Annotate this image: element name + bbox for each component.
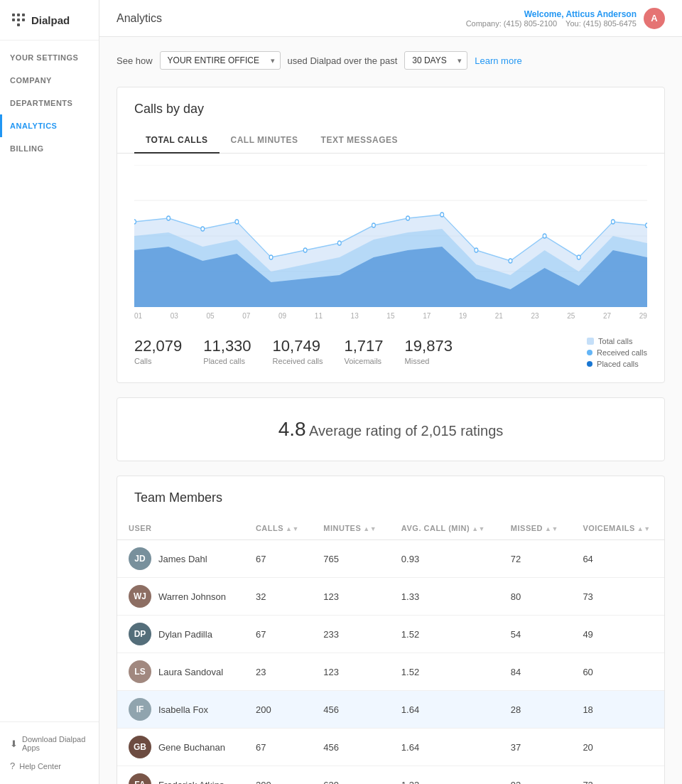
svg-point-23 bbox=[337, 241, 341, 245]
stats-row: 22,079 Calls 11,330 Placed calls 10,749 … bbox=[117, 326, 664, 382]
x-label-21: 21 bbox=[495, 312, 503, 320]
svg-point-17 bbox=[134, 220, 136, 224]
dialpad-logo-icon bbox=[10, 11, 27, 28]
svg-point-21 bbox=[269, 255, 273, 259]
col-missed[interactable]: MISSED▲▼ bbox=[499, 517, 572, 540]
minutes-cell-4: 456 bbox=[312, 691, 390, 729]
stat-received-value: 10,749 bbox=[273, 337, 323, 355]
missed-cell-6: 93 bbox=[499, 766, 572, 785]
voicemails-sort-icon: ▲▼ bbox=[637, 525, 651, 532]
stat-calls-label: Calls bbox=[134, 357, 182, 365]
x-label-23: 23 bbox=[531, 312, 538, 320]
user-name-5: Gene Buchanan bbox=[158, 742, 225, 753]
calls-sort-icon: ▲▼ bbox=[286, 525, 299, 532]
x-label-25: 25 bbox=[567, 312, 575, 320]
sidebar-item-departments[interactable]: DEPARTMENTS bbox=[0, 92, 99, 114]
table-row: WJ Warren Johnson 32 123 1.33 80 73 bbox=[117, 578, 664, 616]
voicemails-cell-1: 73 bbox=[571, 578, 664, 616]
avg-call-cell-1: 1.33 bbox=[390, 578, 499, 616]
x-label-11: 11 bbox=[315, 312, 323, 320]
tab-call-minutes[interactable]: CALL MINUTES bbox=[220, 128, 310, 154]
download-apps-label: Download Dialpad Apps bbox=[22, 735, 89, 752]
sidebar-nav: YOUR SETTINGS COMPANY DEPARTMENTS ANALYT… bbox=[0, 41, 99, 721]
sidebar-item-company[interactable]: COMPANY bbox=[0, 69, 99, 92]
legend-total: Total calls bbox=[587, 337, 647, 345]
download-apps-link[interactable]: ⬇ Download Dialpad Apps bbox=[10, 731, 89, 756]
svg-point-18 bbox=[167, 216, 170, 220]
stat-voicemails: 1,717 Voicemails bbox=[345, 337, 384, 365]
svg-point-26 bbox=[440, 213, 444, 217]
user-avatar-4: IF bbox=[129, 698, 151, 721]
stat-missed: 19,873 Missed bbox=[405, 337, 453, 365]
svg-point-28 bbox=[509, 259, 512, 263]
calls-cell-2: 67 bbox=[244, 616, 312, 653]
filter-bar: See how YOUR ENTIRE OFFICE used Dialpad … bbox=[117, 51, 665, 70]
user-cell-4: IF Isabella Fox bbox=[117, 691, 244, 729]
user-cell-3: LS Laura Sandoval bbox=[117, 653, 244, 691]
user-cell-1: WJ Warren Johnson bbox=[117, 578, 244, 616]
team-table-body: JD James Dahl 67 765 0.93 72 64 WJ Warre… bbox=[117, 540, 664, 785]
table-header-row: USER CALLS▲▼ MINUTES▲▼ AVG. CALL (MIN)▲▼… bbox=[117, 517, 664, 540]
calls-cell-6: 200 bbox=[244, 766, 312, 785]
user-name-2: Dylan Padilla bbox=[158, 629, 212, 640]
chart-legend: Total calls Received calls Placed calls bbox=[587, 337, 647, 368]
stat-received: 10,749 Received calls bbox=[273, 337, 323, 365]
legend-placed: Placed calls bbox=[587, 360, 647, 368]
legend-received-label: Received calls bbox=[597, 348, 647, 357]
minutes-cell-5: 456 bbox=[312, 729, 390, 766]
user-name-1: Warren Johnson bbox=[158, 591, 226, 602]
voicemails-cell-5: 20 bbox=[571, 729, 664, 766]
col-calls[interactable]: CALLS▲▼ bbox=[244, 517, 312, 540]
x-label-27: 27 bbox=[603, 312, 611, 320]
avg-call-cell-5: 1.64 bbox=[390, 729, 499, 766]
voicemails-cell-3: 60 bbox=[571, 653, 664, 691]
col-avg-call[interactable]: AVG. CALL (MIN)▲▼ bbox=[390, 517, 499, 540]
x-label-13: 13 bbox=[351, 312, 359, 320]
missed-cell-0: 72 bbox=[499, 540, 572, 578]
office-dropdown[interactable]: YOUR ENTIRE OFFICE bbox=[160, 51, 281, 70]
calls-cell-0: 67 bbox=[244, 540, 312, 578]
user-cell-6: FA Frederick Atkins bbox=[117, 766, 244, 785]
days-dropdown[interactable]: 30 DAYS bbox=[404, 51, 467, 70]
you-phone: You: (415) 805-6475 bbox=[565, 19, 637, 28]
calls-chart-title: Calls by day bbox=[117, 87, 664, 117]
logo: Dialpad bbox=[0, 0, 99, 41]
svg-rect-6 bbox=[17, 23, 20, 26]
svg-point-19 bbox=[201, 227, 205, 231]
sidebar-item-your-settings[interactable]: YOUR SETTINGS bbox=[0, 46, 99, 69]
col-voicemails[interactable]: VOICEMAILS▲▼ bbox=[571, 517, 664, 540]
learn-more-link[interactable]: Learn more bbox=[475, 55, 521, 66]
stat-missed-label: Missed bbox=[405, 357, 453, 365]
svg-point-29 bbox=[543, 234, 546, 238]
missed-sort-icon: ▲▼ bbox=[545, 525, 558, 532]
legend-total-dot bbox=[587, 338, 594, 345]
legend-placed-dot bbox=[587, 361, 592, 367]
avg-call-cell-6: 1.33 bbox=[390, 766, 499, 785]
main-content: Analytics Welcome, Atticus Anderson Comp… bbox=[99, 0, 682, 784]
tab-total-calls[interactable]: TOTAL CALLS bbox=[134, 128, 220, 154]
stat-missed-value: 19,873 bbox=[405, 337, 453, 355]
col-minutes[interactable]: MINUTES▲▼ bbox=[312, 517, 390, 540]
user-cell-2: DP Dylan Padilla bbox=[117, 616, 244, 653]
minutes-cell-0: 765 bbox=[312, 540, 390, 578]
user-name-4: Isabella Fox bbox=[158, 704, 208, 715]
avg-sort-icon: ▲▼ bbox=[472, 525, 485, 532]
missed-cell-5: 37 bbox=[499, 729, 572, 766]
sidebar-item-billing[interactable]: BILLING bbox=[0, 137, 99, 160]
voicemails-cell-6: 72 bbox=[571, 766, 664, 785]
sidebar-item-analytics[interactable]: ANALYTICS bbox=[0, 114, 99, 137]
user-name-3: Laura Sandoval bbox=[158, 667, 223, 677]
download-icon: ⬇ bbox=[10, 739, 18, 749]
sidebar-footer: ⬇ Download Dialpad Apps ? Help Center bbox=[0, 721, 99, 784]
svg-rect-1 bbox=[17, 14, 20, 16]
header-right: Welcome, Atticus Anderson Company: (415)… bbox=[466, 8, 665, 29]
avatar: A bbox=[644, 8, 665, 29]
tab-text-messages[interactable]: TEXT MESSAGES bbox=[310, 128, 410, 154]
help-center-link[interactable]: ? Help Center bbox=[10, 756, 89, 775]
content-area: See how YOUR ENTIRE OFFICE used Dialpad … bbox=[99, 37, 682, 784]
page-title: Analytics bbox=[117, 12, 162, 25]
voicemails-cell-4: 18 bbox=[571, 691, 664, 729]
svg-point-24 bbox=[372, 223, 376, 227]
chart-area: 1,600 1,200 800 400 0 bbox=[117, 154, 664, 326]
avg-call-cell-4: 1.64 bbox=[390, 691, 499, 729]
